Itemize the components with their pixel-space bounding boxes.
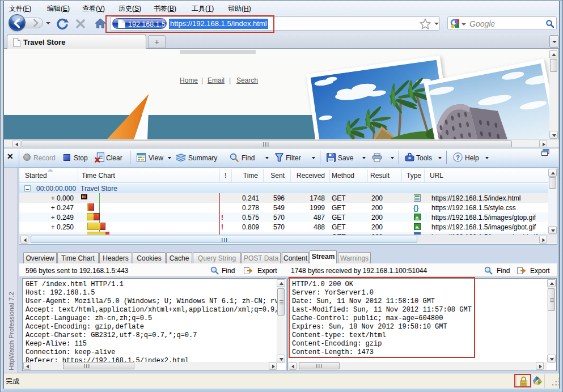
svg-text:?: ?: [456, 154, 460, 161]
